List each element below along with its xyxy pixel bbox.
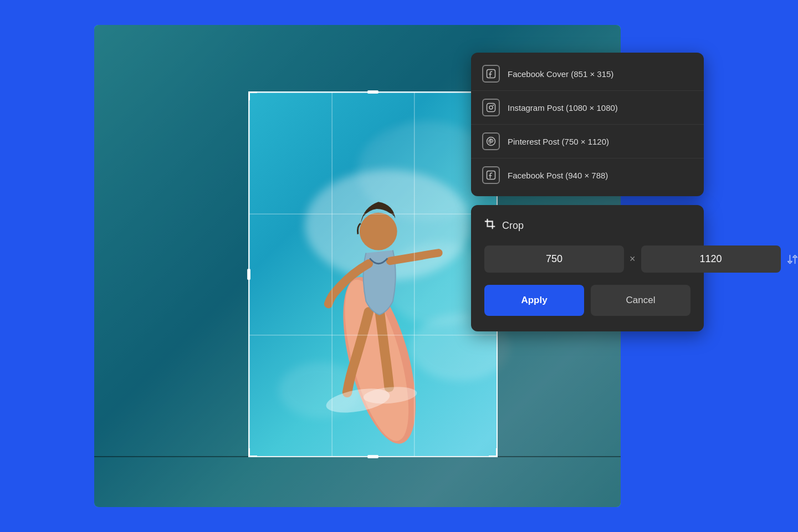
mid-handle-top[interactable] (367, 90, 378, 94)
crop-panel: Crop × Apply Cancel (471, 205, 704, 331)
dim-left (94, 91, 248, 457)
crop-actions: Apply Cancel (484, 285, 690, 316)
swap-dimensions-button[interactable] (786, 249, 798, 269)
preset-item-instagram-post[interactable]: Instagram Post (1080 × 1080) (471, 91, 704, 125)
crop-panel-title: Crop (502, 220, 524, 232)
preset-label-facebook-post: Facebook Post (940 × 788) (508, 171, 608, 180)
preset-item-pinterest-post[interactable]: Pinterest Post (750 × 1120) (471, 125, 704, 158)
crop-height-input[interactable] (641, 245, 781, 273)
crop-title: Crop (484, 218, 690, 233)
cancel-button[interactable]: Cancel (591, 285, 690, 316)
preset-label-pinterest-post: Pinterest Post (750 × 1120) (508, 137, 609, 146)
corner-handle-br[interactable] (489, 448, 498, 457)
apply-button[interactable]: Apply (484, 285, 584, 316)
preset-label-instagram-post: Instagram Post (1080 × 1080) (508, 103, 618, 112)
preset-label-facebook-cover: Facebook Cover (851 × 315) (508, 69, 613, 79)
svg-point-7 (489, 106, 493, 109)
svg-rect-6 (487, 104, 495, 112)
crop-inputs: × (484, 245, 690, 273)
presets-panel: Facebook Cover (851 × 315) Instagram Pos… (471, 53, 704, 196)
corner-handle-bl[interactable] (248, 448, 257, 457)
crop-tool-icon (484, 218, 497, 233)
right-panel: Facebook Cover (851 × 315) Instagram Pos… (471, 53, 704, 331)
crop-overlay[interactable] (248, 91, 498, 457)
facebook-post-icon (482, 166, 500, 184)
preset-item-facebook-post[interactable]: Facebook Post (940 × 788) (471, 158, 704, 192)
preset-item-facebook-cover[interactable]: Facebook Cover (851 × 315) (471, 57, 704, 91)
mid-handle-bottom[interactable] (367, 455, 378, 458)
main-container: Facebook Cover (851 × 315) Instagram Pos… (94, 25, 704, 507)
crop-width-input[interactable] (484, 245, 624, 273)
dim-bottom (94, 456, 621, 507)
mid-handle-left[interactable] (247, 269, 250, 280)
pinterest-icon (482, 132, 500, 150)
instagram-icon (482, 99, 500, 116)
facebook-icon (482, 65, 500, 83)
svg-point-8 (493, 105, 494, 106)
crop-separator: × (630, 253, 636, 265)
corner-handle-tl[interactable] (248, 91, 257, 100)
